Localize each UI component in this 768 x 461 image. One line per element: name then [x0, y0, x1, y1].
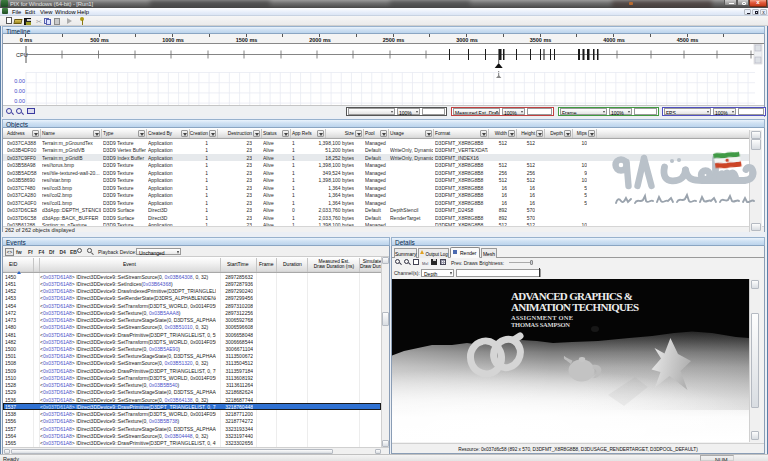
svg-text:THOMAS SAMPSON: THOMAS SAMPSON — [511, 321, 570, 328]
svg-text:ANIMATION TECHNIQUES: ANIMATION TECHNIQUES — [511, 301, 639, 313]
svg-text:0.00: 0.00 — [14, 88, 25, 94]
svg-text:ASSIGNMENT ONE: ASSIGNMENT ONE — [511, 314, 573, 321]
svg-text:0.00: 0.00 — [14, 78, 25, 84]
svg-text:0.00: 0.00 — [14, 98, 25, 104]
